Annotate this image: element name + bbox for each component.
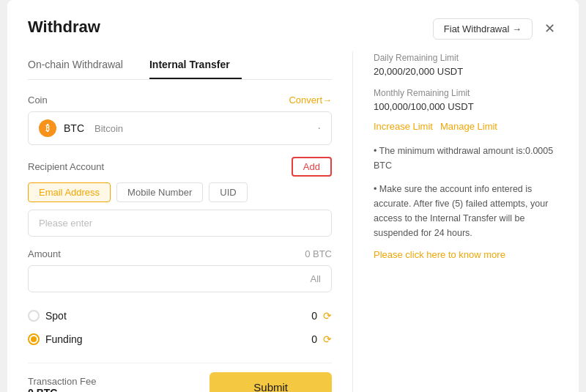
wallet-spot-left: Spot: [28, 310, 67, 322]
increase-limit-link[interactable]: Increase Limit: [374, 121, 433, 132]
recipient-tab-bar: Email Address Mobile Number UID: [28, 182, 332, 202]
funding-radio-inner: [31, 336, 37, 342]
submit-button[interactable]: Submit: [209, 372, 332, 392]
wallet-funding-left: Funding: [28, 333, 83, 345]
funding-balance-row: 0 ⟳: [311, 333, 332, 345]
know-more-link[interactable]: Please click here to know more: [374, 249, 505, 260]
modal-header: Withdraw Fiat Withdrawal → ✕: [28, 18, 558, 40]
tab-mobile-number[interactable]: Mobile Number: [116, 182, 203, 202]
close-button[interactable]: ✕: [541, 18, 558, 40]
coin-selector[interactable]: ₿ BTC Bitcoin ·: [28, 111, 332, 145]
coin-dropdown-icon: ·: [318, 122, 321, 135]
manage-limit-link[interactable]: Manage Limit: [440, 121, 497, 132]
coin-info: ₿ BTC Bitcoin: [39, 119, 123, 137]
tab-uid[interactable]: UID: [209, 182, 247, 202]
spot-refresh-icon[interactable]: ⟳: [323, 310, 332, 322]
amount-balance: 0 BTC: [305, 248, 332, 259]
wallet-spot-row: Spot 0 ⟳: [28, 304, 332, 328]
note1: • The minimum withdrawal amount is:0.000…: [374, 144, 558, 173]
tx-fee-label: Transaction Fee: [28, 376, 96, 387]
tab-internal-transfer[interactable]: Internal Transfer: [149, 51, 242, 79]
tx-fee-value: 0 BTC: [28, 387, 96, 392]
modal-body: On-chain Withdrawal Internal Transfer Co…: [28, 51, 558, 392]
spot-radio[interactable]: [28, 310, 40, 322]
funding-refresh-icon[interactable]: ⟳: [323, 333, 332, 345]
monthly-limit-label: Monthly Remaining Limit: [374, 86, 558, 100]
right-panel: Daily Remaining Limit 20,000/20,000 USDT…: [353, 51, 558, 392]
bottom-row: Transaction Fee 0 BTC Submit: [28, 363, 332, 392]
monthly-limit-value: 100,000/100,000 USDT: [374, 100, 558, 114]
fiat-withdrawal-button[interactable]: Fiat Withdrawal →: [433, 18, 533, 40]
add-button[interactable]: Add: [292, 157, 332, 177]
limit-actions: Increase Limit Manage Limit: [374, 121, 558, 132]
recipient-input[interactable]: [28, 210, 332, 237]
coin-label: Coin: [28, 95, 48, 106]
recipient-header: Recipient Account Add: [28, 157, 332, 177]
daily-limit-item: Daily Remaining Limit 20,000/20,000 USDT: [374, 51, 558, 79]
recipient-label: Recipient Account: [28, 161, 104, 172]
spot-balance-row: 0 ⟳: [311, 310, 332, 322]
wallet-section: Spot 0 ⟳ Funding 0: [28, 304, 332, 351]
amount-label-row: Amount 0 BTC: [28, 248, 332, 259]
amount-label: Amount: [28, 248, 61, 259]
modal-title: Withdraw: [28, 18, 100, 37]
coin-symbol: BTC: [64, 122, 84, 134]
info-section: Daily Remaining Limit 20,000/20,000 USDT…: [374, 51, 558, 260]
funding-radio[interactable]: [28, 333, 40, 345]
tab-onchain[interactable]: On-chain Withdrawal: [28, 51, 135, 79]
tx-fee-section: Transaction Fee 0 BTC: [28, 376, 96, 392]
daily-limit-value: 20,000/20,000 USDT: [374, 64, 558, 79]
note2: • Make sure the account info entered is …: [374, 182, 558, 240]
convert-link[interactable]: Convert→: [289, 95, 332, 106]
coin-label-row: Coin Convert→: [28, 95, 332, 106]
recipient-section: Recipient Account Add Email Address Mobi…: [28, 157, 332, 237]
amount-section: Amount 0 BTC All: [28, 248, 332, 292]
amount-input-wrapper: All: [28, 265, 332, 292]
tab-email-address[interactable]: Email Address: [28, 182, 111, 202]
amount-input[interactable]: [29, 266, 300, 292]
tab-bar: On-chain Withdrawal Internal Transfer: [28, 51, 332, 80]
spot-balance: 0: [311, 310, 317, 322]
monthly-limit-item: Monthly Remaining Limit 100,000/100,000 …: [374, 86, 558, 114]
amount-all-button[interactable]: All: [300, 273, 331, 284]
spot-label: Spot: [45, 310, 67, 322]
daily-limit-label: Daily Remaining Limit: [374, 51, 558, 64]
coin-icon: ₿: [39, 119, 56, 137]
coin-section: Coin Convert→ ₿ BTC Bitcoin ·: [28, 95, 332, 145]
funding-balance: 0: [311, 333, 317, 345]
coin-fullname: Bitcoin: [94, 123, 123, 134]
withdraw-modal: Withdraw Fiat Withdrawal → ✕ On-chain Wi…: [7, 0, 579, 392]
funding-label: Funding: [45, 333, 83, 345]
wallet-funding-row: Funding 0 ⟳: [28, 328, 332, 351]
left-panel: On-chain Withdrawal Internal Transfer Co…: [28, 51, 353, 392]
header-right: Fiat Withdrawal → ✕: [433, 18, 558, 40]
